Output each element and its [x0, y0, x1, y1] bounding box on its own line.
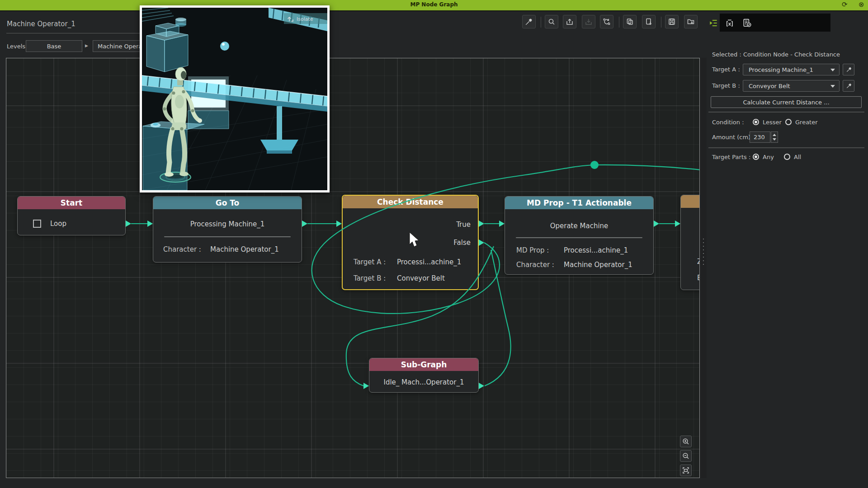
tab-variables[interactable] [724, 17, 736, 29]
amount-stepper[interactable] [771, 131, 778, 143]
search-button[interactable] [545, 15, 558, 28]
node-start-header[interactable]: Start [18, 197, 125, 209]
character-label: Character : [516, 261, 554, 269]
false-port-label: False [453, 239, 471, 247]
panel-splitter[interactable] [700, 58, 707, 478]
condition-greater-label: Greater [795, 119, 818, 126]
cylinder-prop [175, 18, 186, 27]
port-start-out[interactable] [126, 221, 131, 227]
port-mdprop-in[interactable] [499, 221, 505, 227]
panel-tab-bar [707, 14, 868, 32]
node-start[interactable]: Start Loop [17, 196, 126, 235]
isolate-label: Isolate [297, 16, 313, 22]
target-a-label: Target A : [712, 66, 740, 73]
node-md-prop[interactable]: MD Prop - T1 Actionable Operate Machine … [505, 196, 654, 275]
tab-bar-background [720, 14, 830, 32]
target-a-picker-button[interactable] [843, 64, 854, 75]
panel-divider [708, 147, 864, 148]
properties-panel: Selected : Condition Node - Check Distan… [707, 11, 868, 488]
target-parts-label: Target Parts : [712, 154, 750, 160]
node-sub-graph-header[interactable]: Sub-Graph [369, 358, 478, 371]
port-edge-in[interactable] [675, 221, 680, 227]
stepper-up-icon[interactable] [773, 134, 776, 136]
title-bar: MP Node Graph ⟳ ⊗ [0, 0, 868, 11]
target-a-value: Processing Machine_1 [749, 66, 813, 73]
sub-graph-value: Idle_ Mach...Operator_1 [369, 378, 478, 386]
node-clipped-right-header[interactable] [681, 195, 700, 208]
color-picker-button[interactable] [522, 15, 536, 28]
port-check-true[interactable] [479, 221, 484, 227]
node-go-to-header[interactable]: Go To [153, 197, 302, 209]
copy-button[interactable] [623, 15, 637, 28]
wire-reroute-dot[interactable] [590, 161, 599, 169]
reload-icon[interactable]: ⟳ [842, 0, 848, 9]
node-md-prop-header[interactable]: MD Prop - T1 Actionable [505, 197, 653, 209]
target-parts-any-label: Any [763, 154, 774, 160]
node-go-to[interactable]: Go To Processing Machine_1 Character : M… [153, 196, 302, 263]
document-check-icon [742, 18, 752, 28]
graph-name[interactable]: Machine Operator_1 [7, 20, 75, 28]
port-goto-out[interactable] [302, 221, 307, 227]
condition-greater-radio[interactable] [785, 119, 792, 125]
eyedropper-icon [525, 18, 533, 26]
paste-new-icon [645, 18, 653, 26]
md-prop-action: Operate Machine [505, 222, 653, 230]
zoom-out-button[interactable] [680, 450, 692, 462]
zoom-in-icon [682, 437, 690, 446]
export-button[interactable] [684, 15, 698, 28]
target-parts-all-radio[interactable] [784, 154, 790, 160]
target-b-value: Conveyor Belt [397, 274, 445, 282]
viewport-3d-scene: Isolate [142, 8, 327, 190]
clipped-text-2: E [697, 274, 700, 282]
target-b-picker-button[interactable] [843, 80, 854, 92]
export-folder-icon [687, 18, 695, 26]
breadcrumb-level-base[interactable]: Base [26, 40, 82, 52]
fit-view-button[interactable] [680, 465, 692, 476]
close-icon[interactable]: ⊗ [859, 0, 864, 9]
reset-view-button[interactable] [600, 15, 613, 28]
selected-node-label: Selected : Condition Node - Check Distan… [712, 51, 840, 58]
upload-button[interactable] [563, 15, 576, 28]
amount-input[interactable] [750, 131, 770, 143]
tab-node-properties[interactable] [708, 17, 719, 29]
viewport-preview-window[interactable]: Isolate [140, 5, 330, 192]
md-prop-value: Processi...achine_1 [564, 246, 628, 254]
zoom-out-icon [682, 452, 690, 460]
node-check-distance[interactable]: Check Distance True False Target A : Pro… [342, 195, 479, 290]
true-port-label: True [456, 221, 471, 229]
port-check-in[interactable] [336, 221, 342, 227]
stepper-down-icon[interactable] [773, 138, 776, 141]
calculate-distance-button[interactable]: Calculate Current Distance ... [711, 96, 862, 108]
eyedropper-icon [845, 83, 852, 89]
target-b-dropdown[interactable]: Conveyor Belt [743, 80, 840, 92]
node-divider [164, 236, 291, 237]
tab-validation[interactable] [741, 17, 753, 29]
toolbar-separator [619, 17, 619, 28]
port-subgraph-in[interactable] [363, 383, 369, 389]
port-mdprop-out[interactable] [654, 221, 659, 227]
reset-icon [603, 18, 611, 26]
condition-label: Condition : [712, 119, 744, 126]
download-icon [585, 18, 593, 26]
paste-button[interactable] [642, 15, 656, 28]
port-check-false[interactable] [479, 239, 484, 246]
port-goto-in[interactable] [147, 221, 153, 227]
target-a-dropdown[interactable]: Processing Machine_1 [743, 64, 840, 75]
save-button[interactable] [665, 15, 679, 28]
node-check-distance-header[interactable]: Check Distance [343, 196, 478, 208]
target-a-label: Target A : [354, 258, 386, 266]
isolate-overlay[interactable]: Isolate [284, 13, 327, 24]
toolbar-separator [661, 17, 661, 28]
node-clipped-right[interactable]: Z E [680, 195, 700, 290]
upload-icon [566, 18, 574, 26]
target-parts-any-radio[interactable] [753, 154, 759, 160]
loop-label: Loop [50, 220, 66, 228]
loop-checkbox[interactable] [33, 220, 41, 228]
node-graph-canvas[interactable]: Start Loop Go To Processing Machine_1 Ch… [6, 58, 700, 478]
breadcrumb-arrow-icon: ▶ [85, 43, 88, 48]
zoom-in-button[interactable] [680, 436, 692, 447]
port-subgraph-out[interactable] [479, 383, 484, 389]
condition-lesser-radio[interactable] [753, 119, 759, 125]
target-b-label: Target B : [354, 274, 386, 282]
node-sub-graph[interactable]: Sub-Graph Idle_ Mach...Operator_1 [369, 358, 479, 393]
